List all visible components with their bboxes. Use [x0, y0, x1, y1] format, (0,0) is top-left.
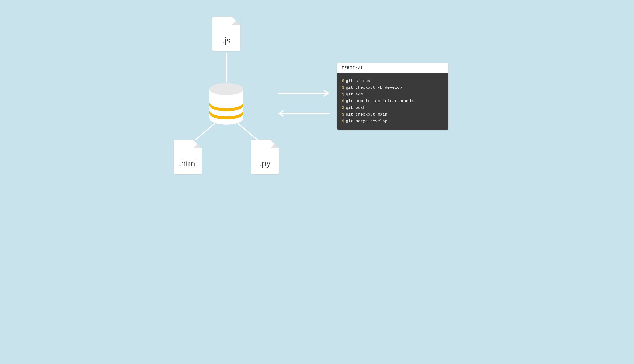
file-py: .py [251, 140, 279, 174]
terminal-line: $git checkout main [342, 111, 443, 118]
terminal-line: $git commit -am "First commit" [342, 98, 443, 104]
arrow-left-icon [278, 110, 330, 117]
file-py-ext: .py [260, 159, 270, 168]
terminal-cmd: git checkout main [346, 112, 387, 117]
database-icon [210, 83, 243, 124]
terminal-title: TERMINAL [337, 63, 448, 73]
terminal-prompt: $ [342, 92, 344, 97]
terminal-line: $git merge develop [342, 118, 443, 124]
terminal-prompt: $ [342, 85, 344, 90]
terminal-window: TERMINAL $git status $git checkout -b de… [337, 63, 448, 130]
file-js: .js [212, 17, 240, 52]
terminal-cmd: git commit -am "First commit" [346, 99, 416, 104]
terminal-prompt: $ [342, 99, 344, 104]
terminal-line: $git add . [342, 91, 443, 98]
terminal-cmd: git status [346, 78, 370, 83]
terminal-body: $git status $git checkout -b develop $gi… [337, 73, 448, 130]
diagram-canvas: .js .html .py TERMINAL $git statu [150, 0, 484, 192]
terminal-prompt: $ [342, 105, 344, 110]
terminal-cmd: git push [346, 105, 365, 110]
terminal-line: $git checkout -b develop [342, 84, 443, 91]
terminal-prompt: $ [342, 119, 344, 124]
terminal-cmd: git checkout -b develop [346, 85, 402, 90]
arrow-right-icon [278, 90, 330, 97]
file-fold-icon [232, 17, 240, 25]
terminal-cmd: git add . [346, 92, 368, 97]
terminal-cmd: git merge develop [346, 119, 387, 124]
terminal-line: $git status [342, 78, 443, 84]
file-html-ext: .html [179, 159, 197, 168]
file-js-ext: .js [222, 36, 231, 46]
file-fold-icon [193, 140, 202, 148]
svg-point-3 [210, 83, 243, 95]
svg-line-2 [238, 123, 259, 141]
file-fold-icon [270, 140, 279, 148]
svg-line-1 [194, 123, 215, 141]
file-html: .html [174, 140, 202, 174]
terminal-prompt: $ [342, 112, 344, 117]
terminal-prompt: $ [342, 78, 344, 83]
terminal-line: $git push [342, 104, 443, 111]
